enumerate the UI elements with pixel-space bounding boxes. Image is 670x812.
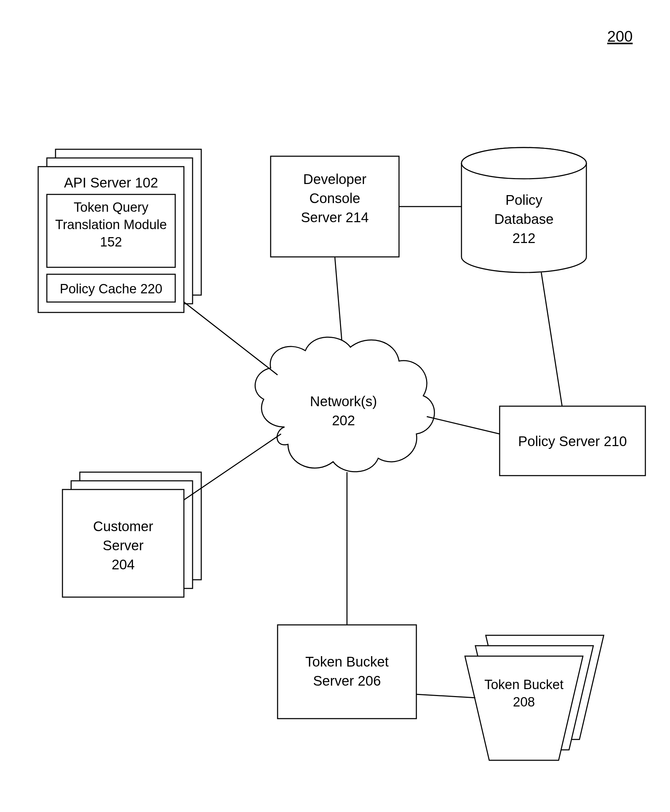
api-server-stack: API Server 102 Token Query Translation M… xyxy=(38,149,201,312)
svg-point-4 xyxy=(462,147,586,179)
token-bucket-line2: 208 xyxy=(513,695,535,709)
dev-console-line2: Console xyxy=(310,191,360,206)
network-cloud: Network(s) 202 xyxy=(255,337,435,472)
network-line2: 202 xyxy=(332,413,355,428)
policy-server-box: Policy Server 210 xyxy=(500,406,645,476)
token-bucket-stack: Token Bucket 208 xyxy=(465,635,604,760)
customer-server-line1: Customer xyxy=(93,519,153,534)
token-query-line1: Token Query xyxy=(74,200,148,215)
policy-server-label: Policy Server 210 xyxy=(518,434,627,449)
developer-console-box: Developer Console Server 214 xyxy=(271,156,399,257)
policy-db-line1: Policy xyxy=(506,192,543,208)
policy-cache-label: Policy Cache 220 xyxy=(60,281,162,296)
tbs-line2: Server 206 xyxy=(313,673,381,688)
svg-line-11 xyxy=(184,302,277,375)
customer-server-line2: Server xyxy=(103,538,144,553)
svg-line-14 xyxy=(541,273,562,406)
svg-line-12 xyxy=(335,257,342,340)
dev-console-line3: Server 214 xyxy=(301,210,369,225)
api-server-title: API Server 102 xyxy=(64,175,158,190)
dev-console-line1: Developer xyxy=(303,171,366,187)
token-query-line3: 152 xyxy=(100,235,122,249)
customer-server-line3: 204 xyxy=(112,557,135,572)
svg-line-15 xyxy=(427,417,500,434)
svg-line-16 xyxy=(184,434,281,500)
token-bucket-line1: Token Bucket xyxy=(484,677,564,692)
tbs-line1: Token Bucket xyxy=(305,654,389,669)
network-line1: Network(s) xyxy=(310,394,377,409)
figure-number: 200 xyxy=(607,28,633,45)
token-bucket-server-box: Token Bucket Server 206 xyxy=(277,625,416,719)
svg-line-18 xyxy=(416,694,475,698)
diagram-canvas: 200 API Server 102 Token Query Translati… xyxy=(0,0,670,812)
svg-rect-8 xyxy=(277,625,416,719)
customer-server-stack: Customer Server 204 xyxy=(63,472,201,597)
token-query-line2: Translation Module xyxy=(55,217,167,232)
policy-database: Policy Database 212 xyxy=(462,147,586,273)
policy-db-line3: 212 xyxy=(513,231,536,246)
policy-db-line2: Database xyxy=(494,212,553,227)
